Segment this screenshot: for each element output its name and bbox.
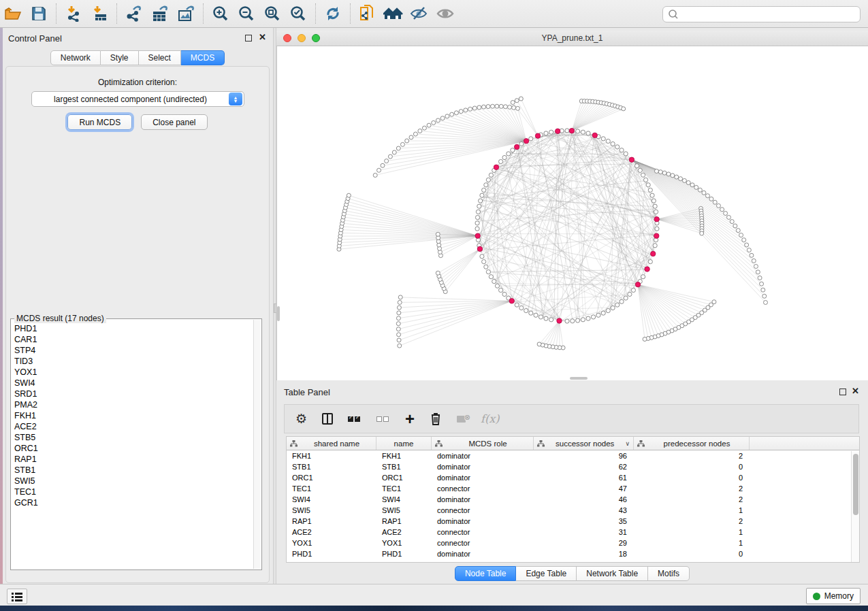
control-panel-float-icon[interactable] — [245, 35, 252, 42]
zoom-fit-icon — [264, 5, 280, 22]
zoom-fit-button[interactable] — [261, 3, 284, 24]
close-panel-button[interactable]: Close panel — [141, 114, 207, 130]
toolbar-separator — [350, 3, 351, 24]
table-row[interactable]: ORC1ORC1dominator610 — [287, 472, 859, 483]
add-column-button[interactable]: + — [405, 412, 415, 426]
tab-node-table[interactable]: Node Table — [455, 566, 517, 581]
table-row[interactable]: TEC1TEC1connector472 — [287, 483, 859, 494]
share-network-document-button[interactable] — [356, 3, 379, 24]
control-panel-close-icon[interactable]: ✕ — [259, 34, 266, 41]
tab-style[interactable]: Style — [101, 50, 139, 65]
table-settings-button[interactable]: ⚙ — [295, 412, 307, 425]
export-table-button[interactable] — [148, 3, 172, 24]
criterion-value: largest connected component (undirected) — [32, 95, 229, 104]
optimization-criterion-label: Optimization criterion: — [6, 78, 269, 87]
table-row[interactable]: FKH1FKH1dominator962 — [287, 450, 859, 461]
canvas-vertical-scrollthumb[interactable] — [277, 306, 280, 321]
list-item[interactable]: SWI4 — [12, 378, 252, 389]
zoom-in-button[interactable] — [209, 3, 232, 24]
table-row[interactable]: RAP1RAP1dominator352 — [287, 516, 859, 527]
tab-mcds[interactable]: MCDS — [181, 50, 225, 65]
list-item[interactable]: TID3 — [12, 356, 252, 367]
tab-network[interactable]: Network — [50, 50, 101, 65]
toolbar-separator — [203, 3, 204, 24]
list-item[interactable]: RAP1 — [12, 454, 252, 465]
select-all-button[interactable] — [348, 416, 361, 422]
show-graphics-details-button[interactable] — [434, 3, 457, 24]
list-item[interactable]: ACE2 — [12, 421, 252, 432]
list-item[interactable]: FKH1 — [12, 410, 252, 421]
show-columns-button[interactable] — [322, 413, 333, 425]
list-item[interactable]: TEC1 — [12, 486, 252, 497]
list-item[interactable]: CAR1 — [12, 334, 252, 345]
deselect-all-button[interactable] — [376, 416, 390, 422]
import-table-button[interactable] — [88, 3, 111, 24]
list-item[interactable]: PHD1 — [12, 323, 252, 334]
zoom-selected-button[interactable] — [287, 3, 310, 24]
tab-edge-table[interactable]: Edge Table — [516, 566, 577, 581]
open-file-button[interactable] — [1, 3, 25, 24]
tab-network-table[interactable]: Network Table — [577, 566, 648, 581]
export-image-button[interactable] — [174, 3, 197, 24]
table-row[interactable]: PHD1PHD1dominator180 — [287, 548, 859, 559]
list-item[interactable]: YOX1 — [12, 367, 252, 378]
network-view-window: YPA_prune.txt_1 — [276, 31, 868, 380]
mcds-result-list[interactable]: PHD1 CAR1 STP4 TID3 YOX1 SWI4 SRD1 PMA2 … — [12, 323, 252, 568]
delete-column-button[interactable] — [430, 412, 442, 426]
column-header-shared-name[interactable]: shared name — [287, 437, 376, 450]
main-toolbar — [0, 0, 868, 28]
list-item[interactable]: GCR1 — [12, 497, 252, 508]
canvas-horizontal-scrollthumb[interactable] — [570, 377, 588, 380]
list-item[interactable]: SWI5 — [12, 476, 252, 486]
tab-select[interactable]: Select — [139, 50, 181, 65]
zoom-in-icon — [212, 5, 229, 22]
zoom-out-button[interactable] — [235, 3, 258, 24]
zoom-selected-icon — [290, 5, 306, 22]
control-panel-tabs: Network Style Select MCDS — [0, 50, 275, 65]
list-item[interactable]: STP4 — [12, 345, 252, 356]
network-graph[interactable] — [277, 46, 868, 380]
table-panel-close-icon[interactable]: ✕ — [852, 388, 859, 395]
refresh-view-button[interactable] — [321, 3, 344, 24]
list-item[interactable]: STB5 — [12, 432, 252, 443]
table-row[interactable]: SWI5SWI5connector431 — [287, 505, 859, 516]
node-table[interactable]: shared name name MCDS role successor nod… — [286, 436, 860, 563]
table-panel-float-icon[interactable] — [839, 389, 846, 395]
table-scrollbar[interactable] — [851, 451, 859, 562]
save-session-button[interactable] — [27, 3, 50, 24]
import-network-button[interactable] — [62, 3, 85, 24]
search-field[interactable] — [662, 6, 861, 22]
search-input[interactable] — [679, 7, 860, 21]
table-row[interactable]: STB1STB1dominator620 — [287, 461, 859, 472]
hide-graphics-details-button[interactable] — [408, 3, 431, 24]
criterion-dropdown[interactable]: largest connected component (undirected)… — [31, 91, 244, 107]
function-builder-button-disabled: f(x) — [481, 412, 499, 425]
run-mcds-button[interactable]: Run MCDS — [67, 114, 132, 130]
table-row[interactable]: YOX1YOX1connector291 — [287, 538, 859, 548]
tab-motifs[interactable]: Motifs — [648, 566, 690, 581]
network-window-titlebar[interactable]: YPA_prune.txt_1 — [276, 31, 868, 46]
table-row[interactable]: ACE2ACE2connector311 — [287, 527, 859, 538]
column-header-name[interactable]: name — [376, 437, 432, 450]
table-scrollbar-thumb[interactable] — [853, 454, 858, 515]
table-row[interactable]: SWI4SWI4dominator462 — [287, 494, 859, 505]
column-header-successor-nodes[interactable]: successor nodes ∨ — [534, 437, 634, 450]
column-header-mcds-role[interactable]: MCDS role — [432, 437, 534, 450]
floppy-disk-icon — [31, 6, 46, 21]
list-scrollbar[interactable] — [253, 320, 261, 569]
delete-table-icon — [457, 416, 466, 423]
list-item[interactable]: PMA2 — [12, 399, 252, 410]
list-icon — [12, 592, 22, 601]
import-network-icon — [65, 5, 82, 22]
network-canvas[interactable] — [276, 46, 868, 380]
column-header-predecessor-nodes[interactable]: predecessor nodes — [634, 437, 750, 450]
list-item[interactable]: STB1 — [12, 465, 252, 476]
memory-button[interactable]: Memory — [806, 588, 861, 604]
show-task-history-button[interactable] — [7, 589, 27, 604]
list-item[interactable]: ORC1 — [12, 443, 252, 454]
shared-column-icon — [637, 440, 645, 447]
export-network-button[interactable] — [123, 3, 146, 24]
delete-table-button-disabled — [457, 416, 466, 423]
list-item[interactable]: SRD1 — [12, 389, 252, 399]
show-all-networks-button[interactable] — [382, 3, 405, 24]
